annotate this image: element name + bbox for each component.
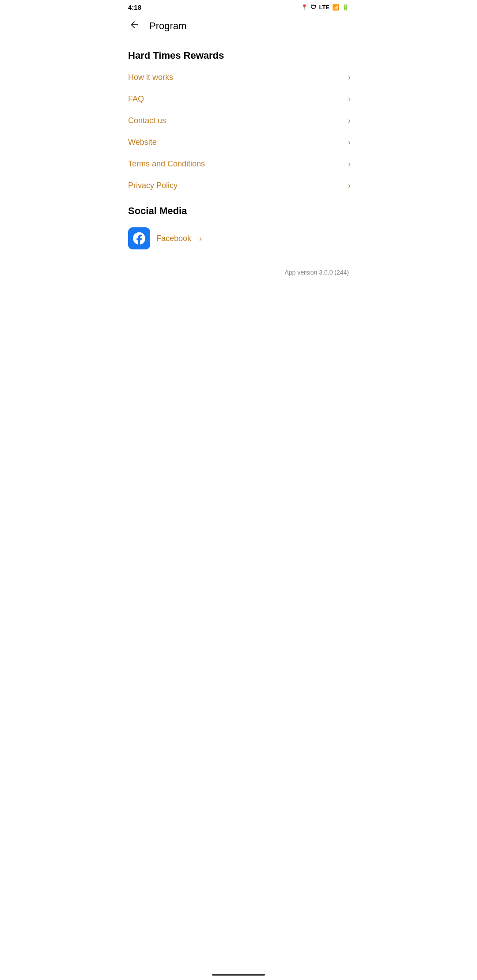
social-media-header: Social Media	[128, 205, 349, 217]
app-version: App version 3.0.0 (244)	[119, 258, 358, 283]
status-bar: 4:18 📍 🛡 LTE 📶 🔋	[119, 0, 358, 13]
chevron-right-icon: ›	[348, 138, 351, 147]
hard-times-rewards-section: Hard Times Rewards How it works › FAQ › …	[119, 41, 358, 196]
menu-item-faq[interactable]: FAQ ›	[128, 88, 358, 110]
hard-times-rewards-header: Hard Times Rewards	[119, 41, 358, 67]
back-button[interactable]	[126, 18, 142, 34]
shield-icon: 🛡	[310, 4, 316, 11]
website-label: Website	[128, 138, 346, 147]
facebook-item[interactable]: Facebook ›	[128, 224, 349, 253]
privacy-label: Privacy Policy	[128, 181, 346, 190]
facebook-chevron-icon: ›	[199, 234, 202, 243]
signal-icon: 📶	[332, 4, 339, 11]
back-arrow-icon	[129, 19, 140, 33]
chevron-right-icon: ›	[348, 73, 351, 82]
status-icons: 📍 🛡 LTE 📶 🔋	[301, 4, 349, 11]
chevron-right-icon: ›	[348, 116, 351, 125]
header: Program	[119, 13, 358, 41]
lte-label: LTE	[319, 4, 329, 11]
social-media-section: Social Media Facebook ›	[119, 196, 358, 258]
how-it-works-label: How it works	[128, 73, 346, 82]
page-title: Program	[149, 20, 186, 32]
menu-item-privacy[interactable]: Privacy Policy ›	[128, 175, 358, 196]
facebook-label: Facebook	[156, 234, 191, 243]
battery-icon: 🔋	[342, 4, 349, 11]
menu-item-how-it-works[interactable]: How it works ›	[128, 67, 358, 88]
location-icon: 📍	[301, 4, 308, 11]
faq-label: FAQ	[128, 94, 346, 104]
rewards-menu-list: How it works › FAQ › Contact us › Websit…	[119, 67, 358, 196]
menu-item-website[interactable]: Website ›	[128, 132, 358, 153]
contact-us-label: Contact us	[128, 116, 346, 125]
chevron-right-icon: ›	[348, 94, 351, 104]
status-time: 4:18	[128, 4, 141, 11]
chevron-right-icon: ›	[348, 181, 351, 190]
terms-label: Terms and Conditions	[128, 159, 346, 169]
menu-item-contact-us[interactable]: Contact us ›	[128, 110, 358, 132]
menu-item-terms[interactable]: Terms and Conditions ›	[128, 153, 358, 175]
facebook-icon	[128, 227, 150, 249]
chevron-right-icon: ›	[348, 159, 351, 169]
home-bar	[212, 974, 265, 976]
